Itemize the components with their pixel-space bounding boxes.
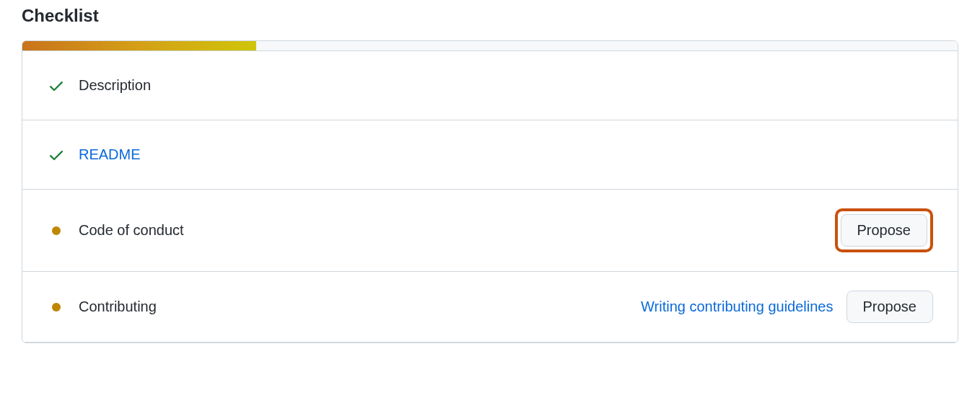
propose-button-contributing[interactable]: Propose	[846, 291, 934, 323]
help-link-contributing-guidelines[interactable]: Writing contributing guidelines	[641, 299, 833, 315]
checklist-row-contributing: Contributing Writing contributing guidel…	[22, 272, 958, 342]
checklist-heading: Checklist	[22, 6, 958, 26]
pending-dot-icon	[47, 303, 66, 311]
item-label-contributing: Contributing	[79, 299, 641, 315]
progress-fill	[22, 41, 256, 50]
checklist-row-description: Description	[22, 51, 958, 120]
propose-button-code-of-conduct[interactable]: Propose	[841, 214, 928, 247]
item-label-description: Description	[79, 77, 933, 94]
checklist-row-readme: README	[22, 120, 958, 190]
check-icon	[47, 146, 66, 164]
checklist-row-code-of-conduct: Code of conduct Propose	[22, 190, 958, 272]
checklist-container: Description README Code of conduct Propo…	[22, 40, 958, 343]
highlight-outline: Propose	[835, 208, 934, 252]
item-label-code-of-conduct: Code of conduct	[79, 222, 835, 239]
check-icon	[47, 77, 66, 94]
item-link-readme[interactable]: README	[79, 146, 933, 163]
progress-bar	[22, 41, 958, 51]
pending-dot-icon	[47, 226, 66, 235]
